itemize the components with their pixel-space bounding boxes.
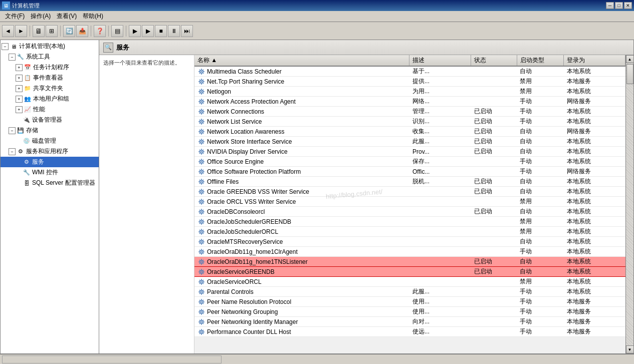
tree-item-storage[interactable]: − 💾 存储 [1,125,99,136]
col-header-login[interactable]: 登录为 [564,55,625,66]
stop-button[interactable]: ■ [155,25,167,37]
table-row[interactable]: OracleServiceGREENDB 已启动 自动 本地系统 [194,267,625,277]
table-row[interactable]: Peer Name Resolution Protocol 使用... 手动 本… [194,297,625,307]
tree-item-system-tools[interactable]: − 🔧 系统工具 [1,52,99,62]
play-button[interactable]: ▶ [129,25,141,37]
sync-button[interactable]: 🔄 [63,25,75,37]
table-row[interactable]: Peer Networking Grouping 使用... 手动 本地服务 [194,307,625,317]
table-row[interactable]: Oracle ORCL VSS Writer Service 禁用 本地系统 [194,197,625,207]
expander-local-users[interactable]: + [16,96,23,103]
tree-item-services[interactable]: ⚙ 服务 [1,157,99,167]
col-header-startup[interactable]: 启动类型 [517,55,563,66]
tree-item-wmi[interactable]: 🔧 WMI 控件 [1,167,99,178]
menu-action[interactable]: 操作(A) [28,11,54,22]
export-button[interactable]: 📤 [76,25,88,37]
table-row[interactable]: Netlogon 为用... 禁用 本地系统 [194,87,625,97]
pause-button[interactable]: ⏸ [168,25,180,37]
svg-rect-63 [201,133,201,135]
expander-task-scheduler[interactable]: + [16,64,23,71]
tree-item-event-viewer[interactable]: + 📋 事件查看器 [1,73,99,83]
menu-view[interactable]: 查看(V) [54,11,80,22]
svg-point-91 [201,161,202,162]
table-row[interactable]: Oracle GREENDB VSS Writer Service 已启动 自动… [194,187,625,197]
service-startup-cell: 禁用 [517,77,563,87]
table-row[interactable]: Network Connections 管理... 已启动 手动 本地系统 [194,107,625,117]
svg-rect-202 [201,269,201,270]
table-row[interactable]: OracleOraDb11g_home1ClrAgent 手动 本地系统 [194,247,625,257]
grid-button[interactable]: ⊞ [46,25,58,37]
menu-help[interactable]: 帮助(H) [80,11,106,22]
scroll-track[interactable] [626,63,634,345]
expander-event-viewer[interactable]: + [16,75,23,82]
icon-storage: 💾 [17,127,25,135]
expander-system-tools[interactable]: − [9,54,16,61]
expander-shared-folders[interactable]: + [16,85,23,92]
service-startup-cell: 自动 [517,267,563,277]
tree-item-device-manager[interactable]: 🔌 设备管理器 [1,115,99,125]
table-row[interactable]: Office Software Protection Platform Offi… [194,167,625,177]
table-row[interactable]: Network Access Protection Agent 网络... 手动… [194,97,625,107]
tree-item-task-scheduler[interactable]: + 📅 任务计划程序 [1,62,99,73]
tree-item-shared-folders[interactable]: + 📁 共享文件夹 [1,83,99,94]
service-name-cell: Parental Controls [194,287,409,297]
table-row[interactable]: OracleDBConsoleorcl 已启动 自动 本地系统 [194,207,625,217]
table-row[interactable]: OracleJobSchedulerGREENDB 禁用 本地系统 [194,217,625,227]
help-button[interactable]: ❓ [94,25,106,37]
back-button[interactable]: ◄ [2,25,14,37]
minimize-button[interactable]: ─ [606,2,614,9]
table-row[interactable]: OracleOraDb11g_home1TNSListener 已启动 自动 本… [194,257,625,267]
play2-button[interactable]: ▶ [142,25,154,37]
table-row[interactable]: NVIDIA Display Driver Service Prov... 已启… [194,147,625,157]
table-row[interactable]: OracleJobSchedulerORCL 禁用 本地系统 [194,227,625,237]
tree-item-root[interactable]: − 🖥 计算机管理(本地) [1,41,99,52]
status-bar [0,354,634,364]
tree-item-performance[interactable]: + 📈 性能 [1,104,99,115]
table-row[interactable]: Office Source Engine 保存... 手动 本地系统 [194,157,625,167]
service-name-cell: Office Source Engine [194,157,409,167]
computer-button[interactable]: 🖥 [33,25,45,37]
table-row[interactable]: Network Store Interface Service 此服... 已启… [194,137,625,147]
table-row[interactable]: Network Location Awareness 收集... 已启动 自动 … [194,127,625,137]
scroll-up-button[interactable]: ▲ [626,55,634,63]
service-status-cell [471,277,517,287]
toolbar-sep-1 [30,26,30,37]
expander-root[interactable]: − [2,43,9,50]
svg-rect-174 [198,241,200,242]
expander-services-apps[interactable]: − [9,148,16,155]
col-header-status[interactable]: 状态 [471,55,517,66]
table-row[interactable]: Network List Service 识别... 已启动 手动 本地系统 [194,117,625,127]
maximize-button[interactable]: □ [615,2,623,9]
table-row[interactable]: Performance Counter DLL Host 使远... 手动 本地… [194,327,625,337]
svg-rect-195 [203,261,205,262]
svg-rect-154 [198,221,200,222]
table-row[interactable]: OracleMTSRecoveryService 自动 本地系统 [194,237,625,247]
table-row[interactable]: Net.Tcp Port Sharing Service 提供... 禁用 本地… [194,77,625,87]
tree-item-services-apps[interactable]: − ⚙ 服务和应用程序 [1,146,99,157]
service-desc-cell: 此服... [409,287,471,297]
table-row[interactable]: Peer Networking Identity Manager 向对... 手… [194,317,625,327]
table-row[interactable]: Multimedia Class Scheduler 基于... 自动 本地系统 [194,66,625,77]
col-header-name[interactable]: 名称 ▲ [194,55,409,66]
expander-performance[interactable]: + [16,106,23,113]
scroll-thumb[interactable] [626,64,633,84]
menu-file[interactable]: 文件(F) [2,11,28,22]
services-panel[interactable]: 名称 ▲ 描述 状态 启动类型 登录为 [194,55,625,353]
step-button[interactable]: ⏭ [181,25,193,37]
tree-item-sql-server[interactable]: 🗄 SQL Server 配置管理器 [1,178,99,188]
table-button[interactable]: ▤ [111,25,123,37]
col-header-desc[interactable]: 描述 [409,55,471,66]
service-status-cell: 已启动 [471,137,517,147]
tree-item-disk-management[interactable]: 💿 磁盘管理 [1,136,99,146]
tree-item-local-users[interactable]: + 👥 本地用户和组 [1,94,99,104]
expander-storage[interactable]: − [9,127,16,134]
table-row[interactable]: OracleServiceORCL 禁用 本地系统 [194,277,625,287]
close-button[interactable]: ✕ [624,2,632,9]
svg-rect-5 [203,71,205,72]
forward-button[interactable]: ► [15,25,27,37]
table-row[interactable]: Offline Files 脱机... 已启动 自动 本地系统 [194,177,625,187]
table-row[interactable]: Parental Controls 此服... 手动 本地系统 [194,287,625,297]
svg-rect-12 [201,79,201,80]
svg-point-221 [201,291,202,292]
scroll-down-button[interactable]: ▼ [626,345,634,353]
outer-scrollbar[interactable]: ▲ ▼ [625,55,633,353]
